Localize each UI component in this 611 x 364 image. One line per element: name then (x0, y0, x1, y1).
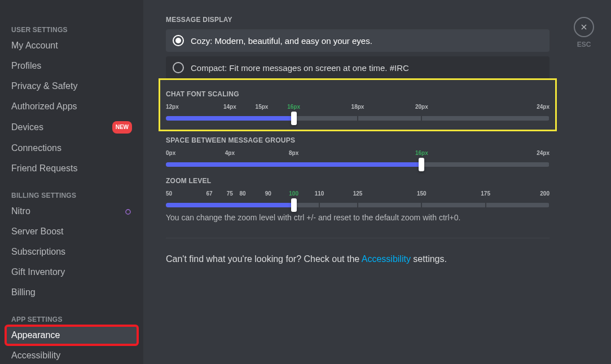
slider-tick: 16px (287, 104, 300, 110)
footer-after: settings. (411, 254, 447, 264)
slider-fill (166, 203, 294, 207)
slider-tick: 100 (289, 190, 298, 197)
slider-fill (166, 162, 421, 167)
radio-label: Compact: Fit more messages on screen at … (191, 63, 409, 73)
slider-ticks: 12px14px15px16px18px20px24px (166, 104, 550, 116)
message-display-radios: Cozy: Modern, beautiful, and easy on you… (166, 29, 550, 79)
settings-content: ESC MESSAGE DISPLAY Cozy: Modern, beauti… (143, 0, 611, 364)
sidebar-item-label: Authorized Apps (11, 101, 77, 112)
slider-track[interactable] (166, 116, 550, 121)
slider-track[interactable] (166, 162, 550, 167)
slider-tick: 75 (227, 190, 233, 197)
chat-font-scaling-section: CHAT FONT SCALING12px14px15px16px18px20p… (164, 83, 552, 126)
close-icon (579, 23, 588, 32)
sidebar-section-header: BILLING SETTINGS (6, 188, 138, 202)
radio-icon (173, 62, 184, 73)
esc-label: ESC (574, 41, 594, 48)
footer-before: Can't find what you're looking for? Chec… (166, 254, 362, 264)
slider-label: CHAT FONT SCALING (166, 90, 550, 98)
slider-label: ZOOM LEVEL (166, 177, 550, 185)
settings-sidebar: USER SETTINGSMy AccountProfilesPrivacy &… (0, 0, 143, 364)
sidebar-item-label: Accessibility (11, 350, 60, 361)
radio-label: Cozy: Modern, beautiful, and easy on you… (191, 36, 372, 46)
slider-tick: 14px (223, 104, 236, 110)
slider-tick: 4px (225, 150, 235, 156)
sidebar-item-billing[interactable]: Billing (6, 283, 138, 302)
slider-thumb[interactable] (291, 112, 297, 125)
sidebar-item-my-account[interactable]: My Account (6, 36, 138, 55)
sidebar-item-friend-requests[interactable]: Friend Requests (6, 159, 138, 178)
slider-tick: 0px (166, 150, 175, 156)
slider-tick: 20px (415, 104, 428, 110)
slider-ticks: 5067758090100110125150175200 (166, 190, 550, 203)
sidebar-item-label: Server Boost (11, 226, 63, 237)
sidebar-item-label: Devices (11, 122, 43, 133)
slider-label: SPACE BETWEEN MESSAGE GROUPS (166, 136, 550, 144)
slider-tick: 12px (166, 104, 179, 110)
slider-ticks: 0px4px8px16px24px (166, 150, 550, 162)
sidebar-item-label: Privacy & Safety (11, 81, 77, 92)
sidebar-section-header: USER SETTINGS (6, 23, 138, 36)
svg-point-0 (126, 210, 130, 214)
sidebar-item-subscriptions[interactable]: Subscriptions (6, 242, 138, 261)
slider-tick: 8px (289, 150, 298, 156)
sidebar-item-label: Billing (11, 287, 36, 298)
message-display-header: MESSAGE DISPLAY (166, 16, 550, 24)
sidebar-item-label: My Account (11, 40, 58, 51)
slider-tick: 175 (481, 190, 490, 197)
accessibility-link[interactable]: Accessibility (362, 254, 411, 264)
slider-tick: 24px (537, 150, 550, 156)
slider-tick: 50 (166, 190, 172, 197)
sidebar-item-privacy-safety[interactable]: Privacy & Safety (6, 77, 138, 96)
sidebar-item-label: Connections (11, 143, 61, 154)
slider-tick: 24px (537, 104, 550, 110)
new-badge: NEW (112, 121, 132, 134)
slider-fill (166, 116, 294, 121)
slider-thumb[interactable] (419, 158, 424, 171)
sidebar-item-appearance[interactable]: Appearance (6, 326, 138, 345)
slider-help-text: You can change the zoom level with ctrl … (166, 213, 550, 222)
slider-thumb[interactable] (291, 198, 297, 212)
slider-tick: 110 (315, 190, 324, 197)
message-display-option[interactable]: Compact: Fit more messages on screen at … (166, 56, 550, 79)
sidebar-item-gift-inventory[interactable]: Gift Inventory (6, 263, 138, 282)
sidebar-item-connections[interactable]: Connections (6, 139, 138, 158)
sidebar-item-label: Profiles (11, 60, 41, 72)
sidebar-item-label: Friend Requests (11, 163, 77, 174)
close-button[interactable] (574, 17, 594, 37)
sidebar-item-label: Gift Inventory (11, 267, 65, 278)
slider-tick: 18px (351, 104, 364, 110)
sidebar-item-label: Appearance (11, 330, 60, 341)
sidebar-item-label: Nitro (11, 206, 30, 217)
slider-tick: 150 (417, 190, 427, 197)
sidebar-item-server-boost[interactable]: Server Boost (6, 222, 138, 241)
close-settings: ESC (574, 17, 594, 48)
footer-text: Can't find what you're looking for? Chec… (166, 254, 550, 264)
sidebar-item-authorized-apps[interactable]: Authorized Apps (6, 97, 138, 116)
space-between-section: SPACE BETWEEN MESSAGE GROUPS0px4px8px16p… (166, 136, 550, 167)
slider-tick: 125 (353, 190, 363, 197)
slider-tick: 80 (239, 190, 245, 197)
sidebar-item-devices[interactable]: DevicesNEW (6, 117, 138, 137)
slider-tick: 67 (206, 190, 212, 197)
nitro-boost-icon (124, 207, 132, 215)
sidebar-item-profiles[interactable]: Profiles (6, 56, 138, 76)
slider-tick: 90 (265, 190, 271, 197)
zoom-level-section: ZOOM LEVEL5067758090100110125150175200Yo… (166, 177, 550, 222)
sidebar-section-header: APP SETTINGS (6, 312, 138, 326)
message-display-option[interactable]: Cozy: Modern, beautiful, and easy on you… (166, 29, 550, 52)
sidebar-item-accessibility[interactable]: Accessibility (6, 346, 138, 364)
slider-tick: 200 (540, 190, 550, 197)
slider-tick: 16px (415, 150, 428, 156)
slider-track[interactable] (166, 203, 550, 207)
slider-tick: 15px (256, 104, 269, 110)
sidebar-item-label: Subscriptions (11, 246, 65, 258)
sidebar-item-nitro[interactable]: Nitro (6, 202, 138, 221)
divider (166, 238, 550, 238)
radio-icon (173, 35, 184, 46)
